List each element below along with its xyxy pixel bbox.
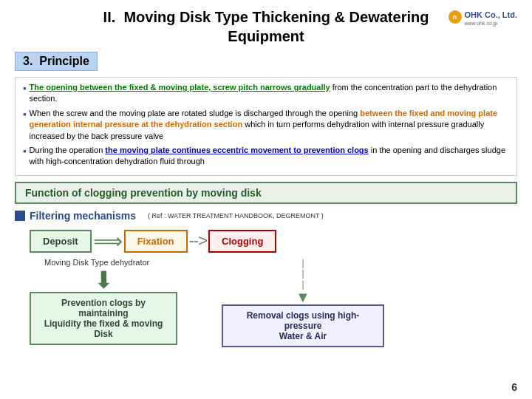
page: n OHK Co., Ltd. www.ohk.co.jp II. Moving… xyxy=(0,0,532,399)
flow-steps: Deposit ⟹ Fixation --> Clogging xyxy=(30,229,517,253)
bullet-icon-2: ▪ xyxy=(23,108,27,142)
diagram: Deposit ⟹ Fixation --> Clogging Moving D… xyxy=(15,229,517,347)
page-title: II. Moving Disk Type Thickening & Dewate… xyxy=(15,7,517,46)
bullet-2: ▪ When the screw and the moving plate ar… xyxy=(23,108,509,142)
arrow-fixation-clogging: --> xyxy=(189,231,208,250)
bullet-1: ▪ The opening between the fixed & moving… xyxy=(23,82,509,105)
arrow-down-left: ⬇ xyxy=(94,268,114,292)
logo-website: www.ohk.co.jp xyxy=(465,21,518,26)
filtering-row: Filtering mechanisms ( Ref : WATER TREAT… xyxy=(15,210,517,222)
clogging-box: Clogging xyxy=(208,230,276,253)
removal-box: Removal clogs using high-pressure Water … xyxy=(222,304,384,347)
arrow-down-right: | | | ▼ xyxy=(296,258,310,304)
page-header: II. Moving Disk Type Thickening & Dewate… xyxy=(15,7,517,46)
right-result: | | | ▼ Removal clogs using high-pressur… xyxy=(222,258,384,347)
bullet-text-2: When the screw and the moving plate are … xyxy=(30,108,509,142)
deposit-box: Deposit xyxy=(30,230,92,253)
logo: n OHK Co., Ltd. www.ohk.co.jp xyxy=(449,7,518,26)
function-box: Function of clogging prevention by movin… xyxy=(15,182,517,204)
prevention-box: Prevention clogs by maintaining Liquidit… xyxy=(30,292,177,345)
section-title: 3. Principle xyxy=(15,52,98,71)
bullet-text-3: During the operation the moving plate co… xyxy=(30,145,509,168)
logo-name: OHK Co., Ltd. xyxy=(465,10,518,19)
bottom-results: Moving Disk Type dehydrator ⬇ Prevention… xyxy=(15,258,517,347)
logo-info: OHK Co., Ltd. www.ohk.co.jp xyxy=(465,7,518,26)
fixation-box: Fixation xyxy=(124,230,188,253)
bullet-icon-3: ▪ xyxy=(23,145,27,168)
bullet-text-1: The opening between the fixed & moving p… xyxy=(30,82,509,105)
page-number: 6 xyxy=(511,381,517,393)
filtering-label: Filtering mechanisms xyxy=(15,210,136,222)
principle-content: ▪ The opening between the fixed & moving… xyxy=(15,77,517,176)
left-result: Moving Disk Type dehydrator ⬇ Prevention… xyxy=(30,258,177,345)
logo-icon: n xyxy=(449,10,462,24)
arrow-deposit-fixation: ⟹ xyxy=(93,229,123,253)
filtering-ref: ( Ref : WATER TREATMENT HANDBOOK, DEGREM… xyxy=(148,212,324,219)
bullet-3: ▪ During the operation the moving plate … xyxy=(23,145,509,168)
bullet-icon-1: ▪ xyxy=(23,82,27,105)
moving-disk-label: Moving Disk Type dehydrator xyxy=(30,258,177,267)
filter-square-icon xyxy=(15,211,25,221)
